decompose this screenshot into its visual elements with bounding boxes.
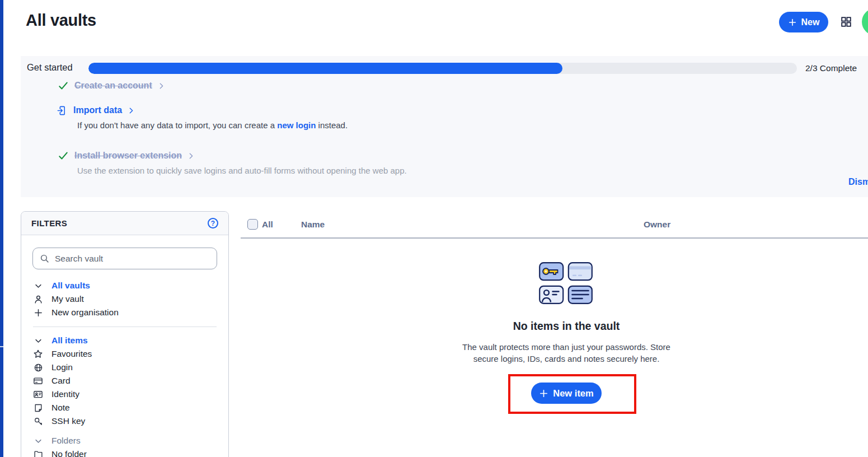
dismiss-link[interactable]: Dismiss (848, 177, 868, 187)
new-item-button-label: New item (553, 388, 593, 399)
select-all-checkbox[interactable] (247, 219, 258, 230)
filters-panel: FILTERS ? All vaults My vault (21, 211, 229, 457)
sidebar-gap (32, 428, 217, 434)
get-started-label: Get started (27, 62, 73, 73)
id-card-icon (32, 389, 44, 399)
chevron-right-icon (187, 152, 195, 160)
onboarding-progress-fill (88, 63, 562, 74)
star-icon (32, 349, 44, 359)
task-extension-description: Use the extension to quickly save logins… (77, 166, 407, 175)
filters-header: FILTERS ? (21, 212, 228, 235)
task-create-account[interactable]: Create an account (58, 80, 165, 91)
sidebar-item-label: Login (51, 362, 73, 372)
user-icon (32, 295, 44, 304)
identity-tile-icon (539, 286, 563, 304)
task-label[interactable]: Install browser extension (74, 151, 182, 161)
task-label[interactable]: Import data (73, 105, 122, 115)
sidebar-item-label: All items (51, 335, 88, 346)
folder-icon (32, 450, 44, 457)
sidebar-divider (33, 327, 217, 327)
apps-grid-icon[interactable] (840, 16, 852, 28)
chevron-down-icon[interactable] (32, 437, 44, 445)
card-tile-icon (569, 263, 592, 280)
globe-icon (32, 363, 44, 372)
plus-icon (539, 389, 548, 398)
chevron-right-icon (128, 107, 135, 114)
nav-stripe-notch (0, 346, 3, 347)
chevron-right-icon (158, 82, 165, 90)
plus-icon (32, 308, 44, 318)
account-avatar[interactable] (862, 8, 868, 35)
new-button[interactable]: New (779, 12, 828, 32)
sidebar-item-label: SSH key (51, 416, 85, 426)
sidebar-item-favourites[interactable]: Favourites (32, 347, 217, 361)
card-icon (32, 376, 44, 386)
import-icon (57, 105, 68, 116)
key-tile-icon (539, 263, 563, 280)
new-login-link[interactable]: new login (277, 120, 316, 130)
help-icon[interactable]: ? (208, 218, 218, 228)
sidebar-item-label: All vaults (51, 281, 90, 291)
vault-items-illustration (539, 262, 593, 304)
new-item-button[interactable]: New item (531, 383, 602, 404)
empty-state-title: No items in the vault (426, 320, 706, 333)
empty-state-description: The vault protects more than just your p… (426, 341, 706, 365)
select-all-label: All (262, 220, 273, 230)
check-icon (58, 80, 69, 91)
search-icon (40, 254, 49, 263)
sidebar-item-login[interactable]: Login (32, 361, 217, 374)
sidebar-item-no-folder[interactable]: No folder (32, 447, 217, 457)
sidebar-item-new-organisation[interactable]: New organisation (32, 306, 217, 319)
sidebar-item-label: New organisation (51, 307, 119, 318)
table-header-divider (241, 237, 868, 239)
sidebar-item-all-items[interactable]: All items (32, 334, 217, 347)
sidebar-item-label: Note (51, 403, 70, 413)
onboarding-progress-bar (88, 63, 797, 74)
sidebar-item-label: Folders (51, 436, 81, 446)
check-icon (58, 150, 69, 161)
key-icon (32, 417, 44, 426)
task-install-extension[interactable]: Install browser extension (58, 150, 195, 161)
search-vault-input[interactable] (55, 254, 210, 264)
task-import-data[interactable]: Import data (57, 105, 135, 116)
note-icon (32, 403, 44, 413)
task-import-description: If you don't have any data to import, yo… (77, 120, 348, 130)
get-started-banner: Get started 2/3 Complete Create an accou… (21, 56, 868, 197)
sidebar-item-label: No folder (51, 449, 87, 457)
column-header-name[interactable]: Name (301, 220, 325, 230)
app-nav-stripe (0, 0, 3, 457)
note-tile-icon (569, 286, 592, 304)
plus-icon (788, 18, 797, 27)
sidebar-item-label: Favourites (51, 349, 92, 359)
search-vault-box (32, 248, 217, 269)
sidebar-item-label: Card (51, 376, 71, 386)
sidebar-item-folders[interactable]: Folders (32, 434, 217, 447)
page-title: All vaults (26, 11, 96, 30)
sidebar-item-label: Identity (51, 389, 79, 399)
column-header-owner[interactable]: Owner (644, 220, 670, 230)
sidebar-item-identity[interactable]: Identity (32, 388, 217, 401)
sidebar-item-note[interactable]: Note (32, 401, 217, 414)
sidebar-item-label: My vault (51, 294, 84, 304)
task-label[interactable]: Create an account (74, 81, 152, 91)
chevron-down-icon[interactable] (32, 337, 44, 345)
progress-complete-label: 2/3 Complete (805, 63, 857, 73)
sidebar-item-card[interactable]: Card (32, 374, 217, 388)
filters-title: FILTERS (31, 218, 67, 228)
new-button-label: New (801, 17, 820, 27)
sidebar-item-my-vault[interactable]: My vault (32, 292, 217, 306)
chevron-down-icon[interactable] (32, 282, 44, 290)
sidebar-item-ssh-key[interactable]: SSH key (32, 414, 217, 428)
sidebar-item-all-vaults[interactable]: All vaults (32, 279, 217, 292)
